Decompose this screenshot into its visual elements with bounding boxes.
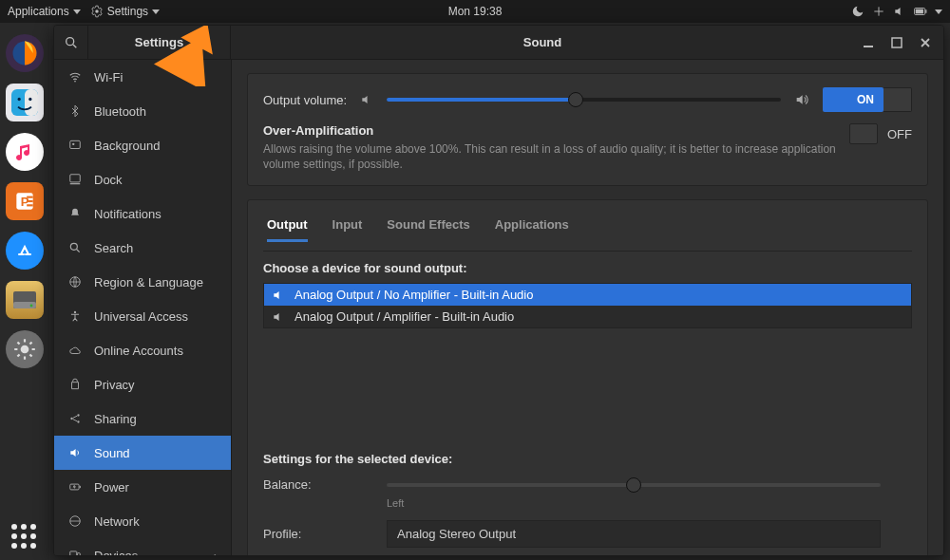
sidebar-item-bluetooth[interactable]: Bluetooth xyxy=(54,94,231,128)
profile-select[interactable]: Analog Stereo Output xyxy=(387,520,881,548)
device-row[interactable]: Analog Output / Amplifier - Built-in Aud… xyxy=(264,306,911,327)
sidebar-item-dock[interactable]: Dock xyxy=(54,162,231,196)
sidebar-item-label: Region & Language xyxy=(94,275,203,289)
search-icon xyxy=(67,241,83,254)
tab-sound-effects[interactable]: Sound Effects xyxy=(387,214,469,241)
speaker-icon xyxy=(272,289,287,302)
clock[interactable]: Mon 19:38 xyxy=(448,5,503,18)
sidebar-item-label: Notifications xyxy=(94,207,162,221)
tab-applications[interactable]: Applications xyxy=(495,214,569,241)
svg-rect-12 xyxy=(27,200,32,202)
launcher-finder[interactable] xyxy=(6,84,44,121)
sidebar-item-label: Search xyxy=(94,241,133,255)
devices-icon xyxy=(67,549,83,555)
sidebar-item-background[interactable]: Background xyxy=(54,128,231,162)
sidebar-item-notifications[interactable]: Notifications xyxy=(54,196,231,231)
svg-rect-2 xyxy=(925,9,926,13)
window-maximize-button[interactable] xyxy=(883,26,911,60)
active-app-menu[interactable]: Settings xyxy=(90,5,160,18)
sidebar-item-power[interactable]: Power xyxy=(54,470,231,504)
over-amplification-toggle[interactable]: OFF xyxy=(849,123,912,144)
svg-rect-11 xyxy=(27,196,32,198)
svg-point-8 xyxy=(28,98,31,101)
window-close-button[interactable] xyxy=(911,26,940,60)
chevron-down-icon[interactable] xyxy=(935,9,942,14)
svg-point-23 xyxy=(72,143,74,145)
applications-menu[interactable]: Applications xyxy=(8,5,81,18)
top-panel: Applications Settings Mon 19:38 xyxy=(0,0,950,23)
tab-input[interactable]: Input xyxy=(332,214,363,241)
svg-rect-13 xyxy=(27,204,32,206)
sidebar-item-label: Bluetooth xyxy=(94,104,146,119)
svg-point-18 xyxy=(66,37,73,45)
device-row[interactable]: Analog Output / No Amplifier - Built-in … xyxy=(264,284,911,306)
svg-rect-24 xyxy=(70,175,81,182)
sidebar-item-network[interactable]: Network xyxy=(54,504,231,538)
mute-toggle[interactable]: ON xyxy=(823,87,912,112)
sidebar: Wi-FiBluetoothBackgroundDockNotification… xyxy=(54,60,232,555)
profile-label: Profile: xyxy=(263,527,368,541)
dock-icon xyxy=(67,173,83,186)
launcher-firefox[interactable] xyxy=(6,34,44,72)
sidebar-item-label: Sharing xyxy=(94,412,137,426)
show-applications-button[interactable] xyxy=(0,524,49,551)
svg-point-28 xyxy=(74,311,76,313)
sidebar-item-label: Universal Access xyxy=(94,309,188,324)
sidebar-item-label: Online Accounts xyxy=(94,344,183,358)
sidebar-item-region-language[interactable]: Region & Language xyxy=(54,265,231,299)
mute-toggle-label: ON xyxy=(823,87,884,112)
svg-rect-20 xyxy=(892,38,902,47)
output-volume-slider[interactable] xyxy=(387,98,781,102)
sidebar-item-sharing[interactable]: Sharing xyxy=(54,401,231,436)
sidebar-item-privacy[interactable]: Privacy xyxy=(54,367,231,401)
svg-point-0 xyxy=(95,9,99,13)
device-name: Analog Output / Amplifier - Built-in Aud… xyxy=(294,309,514,324)
bluetooth-icon xyxy=(67,104,83,118)
volume-icon[interactable] xyxy=(893,5,906,18)
svg-point-21 xyxy=(74,81,76,83)
launcher-disks[interactable] xyxy=(6,281,44,319)
svg-point-30 xyxy=(77,414,79,416)
settings-small-icon xyxy=(90,5,104,18)
balance-label: Balance: xyxy=(263,477,368,492)
device-list: Analog Output / No Amplifier - Built-in … xyxy=(263,283,912,328)
launcher-settings[interactable] xyxy=(6,330,44,368)
selected-device-settings-label: Settings for the selected device: xyxy=(263,452,912,466)
window-minimize-button[interactable] xyxy=(854,26,883,60)
svg-point-17 xyxy=(21,345,29,354)
chevron-down-icon xyxy=(73,9,81,14)
volume-high-icon xyxy=(794,92,809,107)
sidebar-item-wi-fi[interactable]: Wi-Fi xyxy=(54,60,231,94)
sidebar-item-sound[interactable]: Sound xyxy=(54,436,231,470)
output-volume-label: Output volume: xyxy=(263,93,347,107)
svg-rect-33 xyxy=(80,486,81,488)
svg-rect-19 xyxy=(864,46,873,47)
launcher-music[interactable] xyxy=(6,133,44,171)
balance-slider[interactable] xyxy=(387,483,881,487)
battery-icon[interactable] xyxy=(914,5,927,18)
tab-output[interactable]: Output xyxy=(267,214,308,241)
bell-icon xyxy=(67,207,83,220)
launcher-appstore[interactable] xyxy=(6,232,44,270)
device-name: Analog Output / No Amplifier - Built-in … xyxy=(294,288,533,302)
svg-point-31 xyxy=(77,420,79,422)
share-icon xyxy=(67,412,83,425)
sidebar-search-button[interactable] xyxy=(54,26,88,60)
chevron-right-icon: › xyxy=(214,549,218,556)
night-icon[interactable] xyxy=(851,5,864,18)
svg-rect-6 xyxy=(25,89,38,116)
sidebar-item-search[interactable]: Search xyxy=(54,231,231,265)
launcher-presentation[interactable]: P xyxy=(6,182,44,220)
sidebar-item-online-accounts[interactable]: Online Accounts xyxy=(54,333,231,367)
speaker-icon xyxy=(272,310,287,324)
sidebar-item-universal-access[interactable]: Universal Access xyxy=(54,299,231,333)
sidebar-item-devices[interactable]: Devices› xyxy=(54,538,231,555)
wifi-icon xyxy=(67,70,83,84)
main-content: Output volume: ON xyxy=(232,60,943,555)
profile-value: Analog Stereo Output xyxy=(397,527,516,541)
network-icon xyxy=(67,514,83,528)
svg-rect-36 xyxy=(77,553,80,555)
svg-point-7 xyxy=(18,98,21,101)
network-icon[interactable] xyxy=(872,5,885,18)
over-amplification-description: Allows raising the volume above 100%. Th… xyxy=(263,141,836,172)
